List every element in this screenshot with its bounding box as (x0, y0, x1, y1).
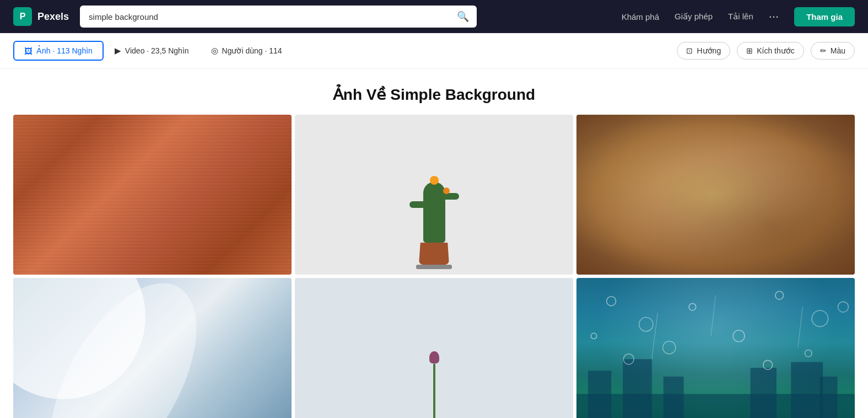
tab-photos[interactable]: 🖼 Ảnh · 113 Nghìn (13, 41, 104, 61)
page-title-section: Ảnh Về Simple Background (0, 69, 868, 115)
video-tab-icon: ▶ (115, 46, 121, 56)
logo-area[interactable]: P Pexels (13, 7, 69, 26)
photo-tab-icon: 🖼 (24, 46, 33, 56)
nav-link-explore[interactable]: Khám phá (622, 12, 659, 22)
orientation-icon: ⊡ (686, 46, 693, 55)
size-icon: ⊞ (746, 46, 753, 55)
photo-card-3[interactable] (576, 115, 855, 275)
size-filter-button[interactable]: ⊞ Kích thước (737, 42, 804, 60)
filter-tabs: 🖼 Ảnh · 113 Nghìn ▶ Video · 23,5 Nghìn ◎… (13, 41, 293, 61)
cactus-flower-top (430, 176, 439, 185)
user-tab-icon: ◎ (211, 46, 218, 56)
photo-card-6[interactable] (576, 278, 855, 418)
color-label: Màu (831, 46, 845, 55)
orientation-filter-button[interactable]: ⊡ Hướng (677, 42, 730, 60)
filter-right: ⊡ Hướng ⊞ Kích thước ✏ Màu (677, 42, 855, 60)
pexels-logo-icon: P (13, 7, 32, 26)
logo-name: Pexels (37, 11, 69, 23)
tab-users[interactable]: ◎ Người dùng · 114 (200, 41, 293, 61)
video-tab-label: Video · 23,5 Nghìn (125, 46, 189, 55)
header: P Pexels 🔍 Khám phá Giấy phép Tải lên ··… (0, 0, 868, 33)
nav-link-license[interactable]: Giấy phép (675, 12, 713, 22)
nav-more-button[interactable]: ··· (769, 9, 779, 24)
photo-card-2[interactable] (295, 115, 573, 275)
orientation-label: Hướng (697, 46, 721, 55)
search-input[interactable] (80, 6, 477, 28)
photo-card-4[interactable] (13, 278, 292, 418)
photo-card-1[interactable] (13, 115, 292, 275)
color-icon: ✏ (820, 46, 827, 55)
photo-grid (0, 115, 868, 418)
size-label: Kích thước (757, 46, 795, 55)
nav-link-upload[interactable]: Tải lên (728, 12, 753, 22)
search-bar: 🔍 (80, 6, 477, 28)
join-button[interactable]: Tham gia (794, 7, 855, 26)
nav-right: Khám phá Giấy phép Tải lên ··· Tham gia (622, 7, 855, 26)
photo-tab-label: Ảnh · 113 Nghìn (36, 46, 93, 55)
page-title: Ảnh Về Simple Background (0, 85, 868, 104)
user-tab-label: Người dùng · 114 (222, 46, 282, 55)
search-icon[interactable]: 🔍 (457, 10, 469, 23)
tab-videos[interactable]: ▶ Video · 23,5 Nghìn (104, 41, 200, 61)
photo-card-5[interactable] (295, 278, 573, 418)
color-filter-button[interactable]: ✏ Màu (811, 42, 855, 60)
filters-bar: 🖼 Ảnh · 113 Nghìn ▶ Video · 23,5 Nghìn ◎… (0, 33, 868, 69)
